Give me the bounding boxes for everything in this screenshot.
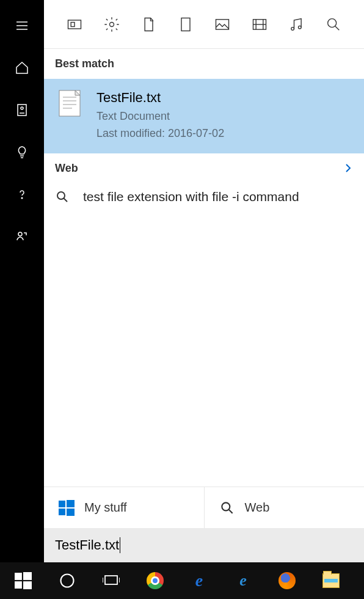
svg-line-27	[64, 198, 68, 202]
web-section-header[interactable]: Web	[44, 153, 364, 183]
svg-point-7	[18, 232, 22, 236]
svg-point-4	[21, 107, 23, 109]
search-icon	[219, 500, 235, 516]
svg-rect-31	[67, 509, 75, 516]
svg-rect-3	[18, 105, 26, 116]
notebook-icon[interactable]	[15, 103, 29, 117]
svg-rect-34	[15, 573, 22, 580]
text-file-icon	[59, 90, 81, 117]
bottom-tabs: My stuff Web	[44, 487, 364, 528]
web-suggestion[interactable]: test file extension with file -i command	[44, 183, 364, 210]
svg-rect-37	[23, 581, 32, 589]
best-match-header: Best match	[44, 49, 364, 79]
help-icon[interactable]	[15, 187, 29, 202]
search-icon	[55, 189, 70, 204]
edge-icon[interactable]: e	[233, 571, 253, 590]
filter-web-icon[interactable]	[325, 16, 342, 33]
svg-rect-29	[67, 500, 75, 507]
file-explorer-icon[interactable]	[321, 571, 341, 590]
svg-rect-12	[216, 19, 229, 29]
internet-explorer-icon[interactable]: e	[189, 571, 209, 590]
tab-web-label: Web	[245, 501, 270, 515]
filter-documents-icon[interactable]	[140, 16, 157, 33]
feedback-icon[interactable]	[15, 229, 29, 244]
best-match-result[interactable]: TestFile.txt Text Document Last modified…	[44, 79, 364, 153]
svg-point-6	[21, 197, 23, 199]
filter-photos-icon[interactable]	[214, 16, 231, 33]
filter-apps-icon[interactable]	[66, 16, 83, 33]
chevron-right-icon	[343, 163, 353, 173]
svg-rect-9	[71, 22, 75, 26]
filter-bar	[44, 0, 364, 49]
chrome-icon[interactable]	[145, 571, 165, 590]
text-caret	[120, 537, 120, 553]
result-modified: Last modified: 2016-07-02	[96, 125, 224, 142]
svg-line-33	[228, 509, 232, 513]
search-input[interactable]: TestFile.txt	[44, 528, 364, 562]
svg-point-32	[222, 502, 230, 510]
svg-point-38	[61, 575, 74, 587]
web-suggestion-text: test file extension with file -i command	[83, 189, 299, 204]
cortana-rail	[0, 0, 44, 562]
svg-rect-39	[105, 576, 117, 584]
search-input-value: TestFile.txt	[55, 537, 119, 553]
svg-rect-11	[181, 18, 190, 31]
filter-folders-icon[interactable]	[177, 16, 194, 33]
svg-rect-30	[59, 509, 65, 515]
bulb-icon[interactable]	[15, 145, 29, 160]
search-panel: Best match TestFile.txt Text Document La…	[44, 0, 364, 562]
tab-my-stuff[interactable]: My stuff	[44, 487, 204, 528]
svg-rect-36	[15, 581, 22, 589]
svg-point-19	[327, 18, 336, 27]
result-type: Text Document	[96, 108, 224, 125]
home-icon[interactable]	[15, 61, 29, 75]
svg-point-17	[291, 27, 294, 30]
svg-point-10	[109, 22, 114, 26]
svg-point-18	[299, 26, 302, 29]
svg-line-20	[335, 26, 339, 29]
task-view-button[interactable]	[101, 571, 121, 590]
svg-rect-28	[59, 501, 65, 507]
taskbar: e e	[0, 562, 364, 599]
cortana-button[interactable]	[57, 571, 77, 590]
svg-rect-35	[23, 572, 32, 580]
filter-settings-icon[interactable]	[103, 16, 120, 33]
windows-logo-icon	[59, 500, 75, 516]
filter-videos-icon[interactable]	[251, 16, 268, 33]
svg-point-26	[57, 192, 65, 199]
result-title: TestFile.txt	[96, 90, 224, 106]
filter-music-icon[interactable]	[288, 16, 305, 33]
firefox-icon[interactable]	[277, 571, 297, 590]
tab-web[interactable]: Web	[204, 487, 365, 528]
web-label: Web	[55, 162, 78, 175]
tab-my-stuff-label: My stuff	[84, 501, 127, 515]
menu-icon[interactable]	[15, 18, 29, 33]
start-button[interactable]	[13, 571, 33, 590]
